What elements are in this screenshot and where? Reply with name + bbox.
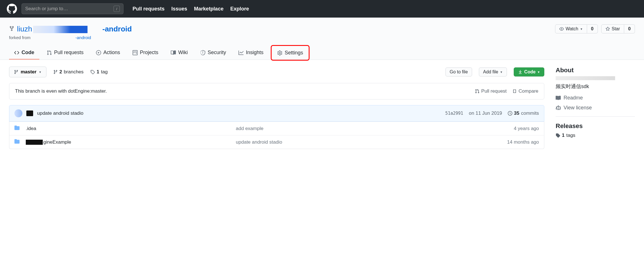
book-icon [171, 50, 176, 55]
git-pull-request-icon [47, 50, 52, 55]
watch-group: Watch ▼ 0 [555, 24, 598, 33]
repo-title: liuzh-android [17, 25, 132, 33]
readme-label: Readme [564, 95, 583, 101]
tab-settings[interactable]: Settings [271, 45, 310, 61]
tab-wiki-label: Wiki [178, 50, 188, 56]
file-name-link[interactable]: gineExample [26, 139, 71, 145]
readme-link[interactable]: Readme [556, 95, 635, 101]
tags-link[interactable]: 1 tag [90, 69, 108, 75]
repo-owner-link[interactable]: liuzh [17, 25, 32, 33]
watch-label: Watch [566, 26, 578, 31]
file-row: gineExample update android stadio 14 mon… [9, 135, 544, 149]
redacted-about-line [556, 76, 615, 80]
sidebar-divider [556, 116, 635, 117]
gear-icon [277, 50, 282, 56]
file-row: .idea add example 4 years ago [9, 122, 544, 135]
tab-actions-label: Actions [103, 50, 120, 56]
tab-wiki[interactable]: Wiki [166, 46, 193, 59]
releases-tags-word: tags [566, 133, 575, 138]
nav-issues[interactable]: Issues [171, 6, 187, 12]
code-btn-label: Code [524, 69, 536, 75]
go-to-file-button[interactable]: Go to file [445, 67, 472, 76]
caret-down-icon: ▼ [537, 71, 540, 74]
license-link[interactable]: View license [556, 105, 635, 111]
caret-down-icon: ▼ [580, 27, 583, 31]
releases-tags-count: 1 [562, 133, 564, 138]
tab-security[interactable]: Security [195, 46, 231, 59]
latest-commit: update android stadio 51a2991 on 11 Jun … [9, 105, 544, 122]
global-search[interactable]: / [22, 3, 123, 14]
redacted-prefix [26, 140, 43, 145]
commits-link[interactable]: 35 commits [508, 110, 539, 116]
author-avatar[interactable] [14, 109, 22, 117]
redacted-author [26, 110, 33, 116]
file-commit-msg[interactable]: add example [236, 126, 488, 131]
branch-select-button[interactable]: master ▼ [9, 67, 46, 77]
repo-description: 频实时通信sdk [556, 83, 635, 90]
eye-icon [559, 27, 564, 31]
code-download-button[interactable]: Code ▼ [514, 67, 544, 76]
play-icon [96, 50, 101, 55]
releases-tags-link[interactable]: 1 tags [556, 133, 635, 138]
branches-link[interactable]: 2 branches [53, 69, 84, 75]
book-icon [556, 95, 561, 101]
commits-label: commits [521, 110, 539, 116]
tab-actions[interactable]: Actions [91, 46, 125, 59]
download-icon [518, 70, 523, 74]
main-column: master ▼ 2 branches 1 tag Go to file Add… [9, 67, 544, 149]
file-age: 4 years ago [488, 126, 539, 131]
nav-explore[interactable]: Explore [230, 6, 249, 12]
star-count[interactable]: 0 [624, 24, 635, 33]
repo-name-link[interactable]: -android [102, 25, 132, 33]
forked-from: forked from -android [9, 35, 635, 40]
graph-icon [238, 50, 244, 55]
caret-down-icon: ▼ [500, 71, 503, 74]
pull-request-link[interactable]: Pull request [475, 88, 507, 94]
add-file-label: Add file [483, 69, 498, 75]
tab-pull-requests[interactable]: Pull requests [42, 46, 89, 59]
commit-date: on 11 Jun 2019 [469, 110, 502, 116]
slash-key-hint: / [114, 6, 120, 12]
tab-insights[interactable]: Insights [233, 46, 268, 59]
nav-pull-requests[interactable]: Pull requests [133, 6, 165, 12]
search-input[interactable] [25, 6, 114, 12]
file-navigation: master ▼ 2 branches 1 tag Go to file Add… [9, 67, 544, 77]
branch-status-text: This branch is even with dotEngine:maste… [15, 88, 107, 94]
tab-code[interactable]: Code [9, 46, 39, 59]
code-icon [14, 50, 19, 55]
add-file-button[interactable]: Add file ▼ [479, 67, 507, 76]
git-branch-icon [53, 70, 58, 74]
law-icon [556, 105, 561, 110]
tab-insights-label: Insights [246, 50, 263, 56]
star-group: Star 0 [601, 24, 635, 33]
tab-code-label: Code [22, 50, 34, 56]
repo-header: liuzh-android Watch ▼ 0 Star 0 forked fr… [0, 18, 644, 60]
github-logo[interactable] [7, 4, 17, 14]
repo-forked-icon [9, 26, 15, 32]
watch-count[interactable]: 0 [587, 24, 598, 33]
sidebar: About 频实时通信sdk Readme View license Relea… [556, 67, 635, 149]
pull-request-label: Pull request [481, 88, 507, 94]
compare-link[interactable]: Compare [512, 88, 538, 94]
watch-button[interactable]: Watch ▼ [555, 24, 587, 33]
redacted-owner [33, 26, 101, 33]
commit-sha[interactable]: 51a2991 [445, 111, 463, 116]
tab-security-label: Security [208, 50, 226, 56]
tags-count: 1 [97, 69, 99, 75]
star-button[interactable]: Star [601, 24, 624, 33]
branches-count: 2 [59, 69, 62, 75]
file-commit-msg[interactable]: update android stadio [236, 139, 488, 145]
repo-tabs: Code Pull requests Actions Projects Wiki… [9, 46, 635, 59]
commits-count: 35 [514, 110, 519, 116]
tab-settings-label: Settings [285, 50, 303, 56]
caret-down-icon: ▼ [39, 71, 42, 74]
nav-marketplace[interactable]: Marketplace [194, 6, 223, 12]
tag-icon [556, 133, 560, 138]
file-name-link[interactable]: .idea [26, 126, 36, 131]
tab-projects[interactable]: Projects [127, 46, 163, 59]
folder-icon [14, 125, 26, 132]
forked-from-link[interactable]: -android [75, 35, 91, 40]
forked-from-prefix: forked from [9, 35, 31, 40]
tags-label: tag [101, 69, 108, 75]
commit-message[interactable]: update android stadio [37, 110, 84, 116]
